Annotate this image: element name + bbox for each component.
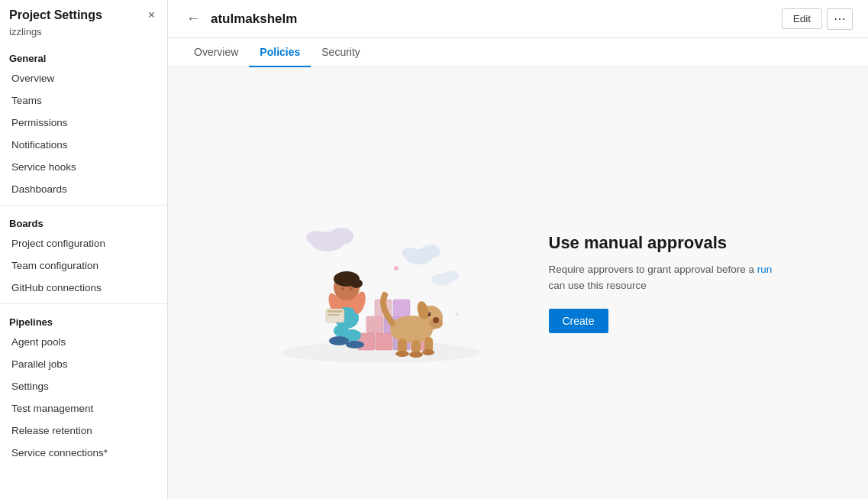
tab-security[interactable]: Security	[311, 38, 371, 67]
sidebar-item-dashboards[interactable]: Dashboards	[0, 178, 167, 200]
tabs-bar: Overview Policies Security	[168, 38, 868, 67]
svg-point-2	[329, 228, 353, 245]
main-header-actions: Edit ⋯	[782, 8, 853, 30]
sidebar-item-notifications[interactable]: Notifications	[0, 134, 167, 156]
empty-state-title: Use manual approvals	[549, 233, 778, 253]
sidebar-item-overview[interactable]: Overview	[0, 67, 167, 89]
sidebar: Project Settings × izzlings General Over…	[0, 0, 168, 499]
sidebar-item-settings[interactable]: Settings	[0, 375, 167, 397]
svg-point-9	[394, 266, 399, 271]
empty-text: Use manual approvals Require approvers t…	[549, 233, 778, 333]
svg-point-5	[421, 245, 440, 258]
svg-point-8	[444, 271, 459, 281]
empty-desc-text3: use this resource	[568, 280, 647, 291]
sidebar-item-project-config[interactable]: Project configuration	[0, 232, 167, 254]
sidebar-item-parallel-jobs[interactable]: Parallel jobs	[0, 353, 167, 375]
sidebar-section-general: General	[0, 45, 167, 67]
sidebar-item-team-config[interactable]: Team configuration	[0, 254, 167, 277]
sidebar-item-permissions[interactable]: Permissions	[0, 112, 167, 134]
tab-overview[interactable]: Overview	[183, 38, 249, 67]
svg-point-36	[329, 336, 349, 345]
svg-point-25	[350, 279, 363, 288]
sidebar-item-github-connections[interactable]: GitHub connections	[0, 277, 167, 299]
sidebar-section-pipelines: Pipelines	[0, 309, 167, 331]
sidebar-section-boards: Boards	[0, 210, 167, 232]
sidebar-item-release-retention[interactable]: Release retention	[0, 420, 167, 442]
edit-button[interactable]: Edit	[782, 8, 822, 29]
svg-rect-32	[328, 310, 343, 313]
svg-rect-33	[328, 314, 340, 316]
close-icon[interactable]: ×	[145, 8, 158, 23]
sidebar-org: izzlings	[0, 26, 167, 45]
svg-point-41	[433, 317, 439, 323]
sidebar-divider-1	[0, 205, 167, 206]
illustration	[259, 199, 503, 368]
svg-point-37	[346, 341, 364, 348]
svg-rect-16	[366, 316, 383, 333]
empty-state-description: Require approvers to grant approval befo…	[549, 262, 778, 293]
svg-point-3	[306, 231, 326, 245]
empty-desc-text1: Require approvers to grant approval befo…	[549, 264, 754, 275]
content-area: Use manual approvals Require approvers t…	[168, 67, 868, 499]
main-content: ← atulmakshelm Edit ⋯ Overview Policies …	[168, 0, 868, 499]
main-header-left: ← atulmakshelm	[183, 8, 297, 30]
svg-point-11	[456, 313, 459, 316]
empty-desc-link[interactable]: run	[757, 264, 773, 275]
sidebar-item-service-hooks[interactable]: Service hooks	[0, 156, 167, 178]
sidebar-item-teams[interactable]: Teams	[0, 89, 167, 112]
sidebar-header: Project Settings ×	[0, 0, 167, 26]
back-button[interactable]: ←	[183, 8, 203, 30]
empty-state: Use manual approvals Require approvers t…	[259, 199, 778, 368]
sidebar-divider-2	[0, 303, 167, 304]
svg-point-48	[395, 351, 409, 357]
main-title: atulmakshelm	[211, 11, 297, 27]
svg-rect-13	[376, 333, 392, 350]
sidebar-item-agent-pools[interactable]: Agent pools	[0, 331, 167, 353]
svg-rect-20	[393, 300, 410, 316]
svg-point-49	[409, 352, 423, 358]
more-button[interactable]: ⋯	[827, 8, 853, 30]
create-button[interactable]: Create	[549, 309, 608, 333]
tab-policies[interactable]: Policies	[249, 38, 311, 67]
svg-point-26	[341, 287, 344, 290]
sidebar-item-service-connections[interactable]: Service connections*	[0, 442, 167, 464]
empty-desc-text2: can	[549, 280, 566, 291]
svg-point-27	[350, 287, 353, 290]
svg-point-50	[422, 349, 434, 355]
svg-point-6	[402, 248, 418, 258]
sidebar-title: Project Settings	[9, 8, 102, 22]
sidebar-item-test-management[interactable]: Test management	[0, 397, 167, 420]
main-header: ← atulmakshelm Edit ⋯	[168, 0, 868, 38]
